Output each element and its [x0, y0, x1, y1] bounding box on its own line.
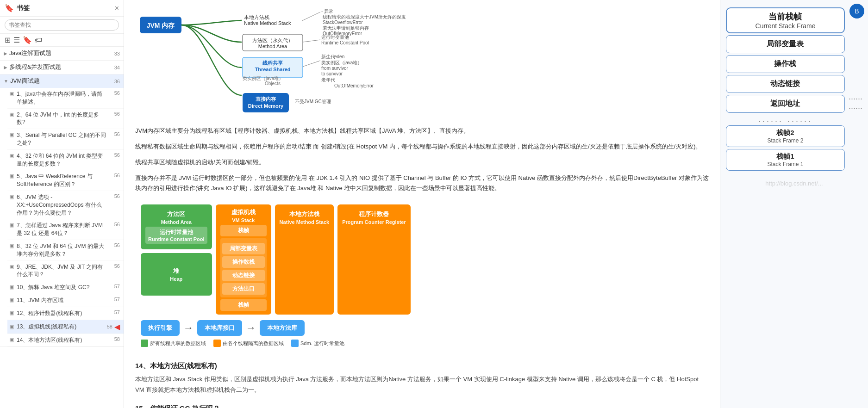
stack-title-cn: 当前栈帧: [731, 11, 839, 22]
sidebar-group-jvm: ▼ JVM面试题 36 ▣ 1、java中会存在内存泄漏吗，请简单描述。 56 …: [0, 74, 124, 347]
item-text: 6、JVM 选项 -XX:+UseCompressedOops 有什么作用？为什…: [17, 193, 106, 216]
stack-frame-container: 当前栈帧 Current Stack Frame 局部变量表 操作栈 动态链接 …: [726, 7, 862, 173]
item-icon: ▣: [9, 324, 15, 330]
sidebar-item-jvm-9[interactable]: ▣ 10、解释 Java 堆空间及 GC? 57: [7, 281, 124, 294]
sidebar-close-button[interactable]: ×: [115, 4, 119, 12]
sidebar-item-jvm-2[interactable]: ▣ 3、Serial 与 Parallel GC 之间的不同之处? 56: [7, 129, 124, 150]
sidebar-group-header-java-annotation[interactable]: ▶ Java注解面试题 33: [0, 47, 124, 60]
sidebar-group-header-jvm[interactable]: ▼ JVM面试题 36: [0, 74, 124, 88]
sidebar-item-jvm-6[interactable]: ▣ 7、怎样通过 Java 程序来判断 JVM 是 32 位 还是 64位？ 5…: [7, 219, 124, 240]
item-text: 9、JRE、JDK、JVM 及 JIT 之间有什么不同？: [17, 263, 106, 279]
watermark: http://blog.csdn.net/...: [726, 180, 862, 187]
svg-text:Objects: Objects: [265, 81, 281, 86]
svg-text:类实例区（java堆）: 类实例区（java堆）: [321, 60, 362, 65]
svg-text:from survivor: from survivor: [321, 66, 348, 71]
sidebar-item-jvm-10[interactable]: ▣ 11、JVM 内存区域 57: [7, 294, 124, 307]
item-num: 56: [109, 242, 120, 248]
heap-en: Heap: [145, 276, 207, 282]
expand-arrow-icon: ▼: [4, 79, 8, 84]
native-method-en: Native Method Stack: [280, 219, 330, 225]
item-text: 7、怎样通过 Java 程序来判断 JVM 是 32 位 还是 64位？: [17, 222, 106, 237]
sidebar-item-jvm-1[interactable]: ▣ 2、64 位 JVM 中，int 的长度是多数? 56: [7, 109, 124, 130]
toolbar-grid-icon[interactable]: ⊞: [5, 36, 11, 44]
frame-label-2: 栈帧: [220, 299, 267, 311]
svg-line-19: [303, 61, 320, 67]
item-icon: ▣: [9, 222, 15, 228]
item-icon: ▣: [9, 310, 15, 316]
svg-text:直接内存: 直接内存: [256, 96, 276, 102]
item-text: 1、java中会存在内存泄漏吗，请简单描述。: [17, 90, 106, 106]
sidebar-item-jvm-5[interactable]: ▣ 6、JVM 选项 -XX:+UseCompressedOops 有什么作用？…: [7, 191, 124, 219]
sidebar-item-jvm-3[interactable]: ▣ 4、32 位和 64 位的 JVM int 类型变量的长度是多数？ 56: [7, 150, 124, 171]
method-area-en: Method Area: [145, 219, 207, 225]
search-input[interactable]: [5, 19, 119, 31]
sidebar-item-jvm-12[interactable]: ▣ 13、虚拟机线(线程私有) 58: [7, 320, 124, 334]
method-area-label: 方法区: [145, 210, 207, 218]
sidebar-item-jvm-7[interactable]: ▣ 8、32 位 JVM 和 64 位 JVM 的最大堆内存分别是多数？ 56: [7, 240, 124, 261]
paragraph-3: 线程共享区域随虚拟机的启动/关闭而创建/销毁。: [135, 157, 709, 167]
stack-title-en: Current Stack Frame: [731, 22, 839, 30]
svg-text:Runtime Constant Pool: Runtime Constant Pool: [321, 40, 369, 45]
section-14: 14、本地方法区(线程私有) 本地方法区和 Java Stack 作用类似，区别…: [135, 362, 709, 395]
item-icon: ▣: [9, 337, 15, 343]
group-num: 36: [109, 79, 120, 84]
method-exit-label: 方法出口: [222, 283, 265, 295]
sidebar-item-jvm-8[interactable]: ▣ 9、JRE、JDK、JVM 及 JIT 之间有什么不同？ 56: [7, 261, 124, 282]
svg-text:eden: eden: [334, 54, 344, 59]
svg-text:运行时变量池: 运行时变量池: [321, 35, 349, 40]
program-counter-box: 程序计数器 Program Counter Register: [337, 204, 411, 315]
toolbar-tag-icon[interactable]: 🏷: [35, 36, 42, 44]
svg-text:JVM 内存: JVM 内存: [147, 22, 175, 29]
item-num: 58: [101, 324, 112, 329]
paragraph-1: JVM内存区域主要分为线程私有区域【程序计数器、虚拟机栈、本地方法栈】线程共享区…: [135, 126, 709, 136]
sidebar-toolbar: ⊞ ☰ 🔖 🏷: [0, 34, 124, 47]
sidebar-item-jvm-0[interactable]: ▣ 1、java中会存在内存泄漏吗，请简单描述。 56: [7, 88, 124, 109]
sidebar-item-jvm-11[interactable]: ▣ 12、程序计数器(线程私有) 57: [7, 307, 124, 320]
stack-item-local-vars: 局部变量表: [726, 35, 845, 53]
item-num: 56: [109, 173, 120, 178]
frame-label-1: 栈帧: [220, 225, 267, 236]
svg-text:若无法申请到足够内存: 若无法申请到足够内存: [323, 25, 369, 31]
stack-main: 当前栈帧 Current Stack Frame 局部变量表 操作栈 动态链接 …: [726, 7, 845, 173]
stack-frame-title: 当前栈帧 Current Stack Frame: [726, 7, 845, 33]
stack-item-ops-stack: 操作栈: [726, 55, 845, 73]
sidebar-item-jvm-13[interactable]: ▣ 14、本地方法区(线程私有) 58: [7, 334, 124, 347]
svg-text:- 异常: - 异常: [321, 9, 333, 14]
avatar[interactable]: B: [849, 4, 864, 19]
item-icon: ▣: [9, 264, 15, 270]
jvm-areas-diagram: 方法区 Method Area 运行时常量池 Runtime Constant …: [135, 199, 709, 352]
item-num: 56: [109, 131, 120, 137]
method-area-box: 方法区 Method Area 运行时常量池 Runtime Constant …: [141, 204, 212, 249]
item-text: 13、虚拟机线(线程私有): [17, 323, 99, 331]
svg-text:Native Method Stack: Native Method Stack: [244, 20, 291, 26]
sidebar-group-header-multithread[interactable]: ▶ 多线程&并发面试题 34: [0, 61, 124, 74]
right-arrow-2: →: [246, 322, 256, 334]
toolbar-bookmark-icon[interactable]: 🔖: [23, 36, 32, 44]
item-icon: ▣: [9, 173, 15, 179]
legend-green: 所有线程共享的数据区域: [141, 340, 206, 347]
group-label: Java注解面试题: [9, 49, 51, 57]
toolbar-list-icon[interactable]: ☰: [13, 36, 20, 44]
sidebar-search-container: [0, 17, 124, 34]
ops-stack-label: 操作数栈: [222, 256, 265, 268]
svg-text:Thread Shared: Thread Shared: [255, 67, 290, 72]
diagram-legend: 所有线程共享的数据区域 由各个线程隔离的数据区域 Sdm. 运行时常量池: [141, 340, 703, 347]
item-num: 58: [109, 336, 120, 342]
expand-arrow-icon: ▶: [4, 51, 7, 56]
svg-text:老年代: 老年代: [321, 77, 335, 82]
item-text: 3、Serial 与 Parallel GC 之间的不同之处?: [17, 131, 106, 147]
svg-text:线程共享: 线程共享: [262, 60, 283, 66]
native-method-label: 本地方法栈: [280, 210, 330, 218]
group-num: 34: [109, 65, 120, 70]
stack-frame-1: 栈帧1 Stack Frame 1: [726, 149, 845, 171]
item-icon: ▣: [9, 297, 15, 303]
stack-item-return-addr: 返回地址: [726, 95, 845, 113]
legend-orange: 由各个线程隔离的数据区域: [213, 340, 284, 347]
svg-text:StackOverflowError: StackOverflowError: [323, 20, 363, 25]
side-dots: ............: [849, 7, 862, 173]
svg-line-4: [302, 12, 320, 21]
item-num: 56: [109, 111, 120, 117]
item-num: 56: [109, 263, 120, 269]
sidebar-list: ▶ Java注解面试题 33 ▶ 多线程&并发面试题 34 ▼ JVM面试题 3…: [0, 47, 124, 408]
sidebar-item-jvm-4[interactable]: ▣ 5、Java 中 WeakReference 与 SoftReference…: [7, 170, 124, 191]
